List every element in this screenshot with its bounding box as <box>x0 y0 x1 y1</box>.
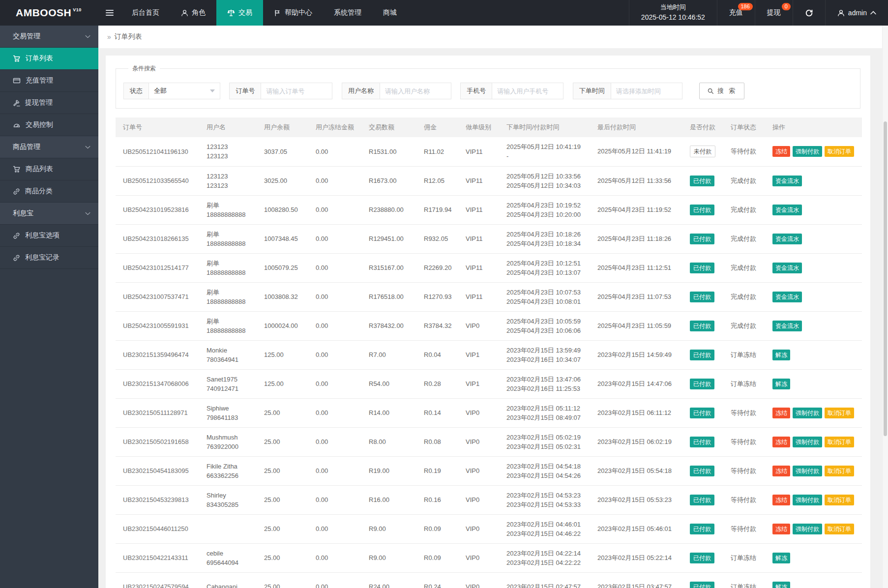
page-title: 订单列表 <box>115 32 142 41</box>
order-no-input[interactable] <box>261 83 332 99</box>
nav-item-系统管理[interactable]: 系统管理 <box>323 0 372 26</box>
refresh-icon <box>805 9 813 17</box>
cell-order-no: UB2505121033565540 <box>116 166 199 195</box>
fund-flow-button[interactable]: 资金流水 <box>772 234 802 244</box>
topbar: AMBOOSH V10 后台首页角色交易帮助中心系统管理商城 当地时间 2025… <box>0 0 888 26</box>
refresh-button[interactable] <box>793 0 825 26</box>
cell-status: 等待付款 <box>723 514 765 543</box>
cell-status: 订单冻结 <box>723 369 765 398</box>
paid-badge: 已付款 <box>690 582 714 588</box>
cell-vip-level: VIP1 <box>458 369 499 398</box>
cancel-order-button[interactable]: 取消订单 <box>825 437 854 447</box>
nav-item-角色[interactable]: 角色 <box>170 0 216 26</box>
cell-order-no: UB2302150446011250 <box>116 514 199 543</box>
user-name-text: 123123 <box>207 142 254 151</box>
sidebar-group-利息宝[interactable]: 利息宝 <box>0 203 98 225</box>
sidebar: 交易管理订单列表充值管理提现管理交易控制商品管理商品列表商品分类利息宝利息宝选项… <box>0 26 98 588</box>
force-pay-button[interactable]: 强制付款 <box>793 146 822 157</box>
nav-item-商城[interactable]: 商城 <box>372 0 408 26</box>
user-name-text: Fikile Zitha <box>207 462 254 471</box>
paid-badge: 已付款 <box>690 263 714 273</box>
paid-badge: 已付款 <box>690 553 714 563</box>
sidebar-item-利息宝选项[interactable]: 利息宝选项 <box>0 225 98 247</box>
table-row: UB2302150502191658 Mushmush763922000 25.… <box>116 427 862 456</box>
cell-user: 刷单18888888888 <box>199 253 257 282</box>
sidebar-group-交易管理[interactable]: 交易管理 <box>0 26 98 48</box>
nav-item-交易[interactable]: 交易 <box>216 0 263 26</box>
nav-item-label: 商城 <box>383 8 397 17</box>
fund-flow-button[interactable]: 资金流水 <box>772 176 802 186</box>
sidebar-item-订单列表[interactable]: 订单列表 <box>0 48 98 70</box>
paid-badge: 已付款 <box>690 524 714 534</box>
cell-user: cebile695644094 <box>199 543 257 572</box>
sidebar-item-label: 商品分类 <box>25 187 53 196</box>
fund-flow-button[interactable]: 资金流水 <box>772 292 802 302</box>
freeze-button[interactable]: 冻结 <box>772 146 790 157</box>
freeze-button[interactable]: 冻结 <box>772 495 790 505</box>
cancel-order-button[interactable]: 取消订单 <box>825 466 854 476</box>
cell-actions: 冻结强制付款取消订单 <box>765 456 862 485</box>
user-menu[interactable]: admin <box>825 0 888 26</box>
cell-order-no: UB2505121041196130 <box>116 137 199 166</box>
withdraw-link[interactable]: 提现 0 <box>755 0 793 26</box>
freeze-button[interactable]: 冻结 <box>772 466 790 476</box>
orders-table: 订单号用户名用户余额用户冻结金额交易数额佣金做单级别下单时间/付款时间最后付款时… <box>116 118 862 588</box>
freeze-button[interactable]: 冻结 <box>772 408 790 418</box>
unfreeze-button[interactable]: 解冻 <box>772 553 790 563</box>
scrollbar-thumb[interactable] <box>884 121 887 436</box>
unfreeze-button[interactable]: 解冻 <box>772 350 790 360</box>
cell-order-time: 2025年05月12日 10:41:19- <box>499 137 590 166</box>
cell-status: 等待付款 <box>723 398 765 427</box>
recharge-link[interactable]: 充值 186 <box>717 0 755 26</box>
hamburger-icon[interactable] <box>98 0 121 26</box>
cell-frozen: 0.00 <box>308 311 361 340</box>
sidebar-item-利息宝记录[interactable]: 利息宝记录 <box>0 247 98 269</box>
force-pay-button[interactable]: 强制付款 <box>793 495 822 505</box>
sidebar-item-提现管理[interactable]: 提现管理 <box>0 92 98 114</box>
nav-item-帮助中心[interactable]: 帮助中心 <box>263 0 323 26</box>
cell-status: 完成付款 <box>723 311 765 340</box>
cell-commission: R0.08 <box>416 427 458 456</box>
user-name-text: 123123 <box>207 172 254 181</box>
cell-balance: 1008280.50 <box>257 195 308 224</box>
sidebar-item-商品分类[interactable]: 商品分类 <box>0 180 98 203</box>
order-time-input[interactable] <box>611 83 682 99</box>
unfreeze-button[interactable]: 解冻 <box>772 379 790 389</box>
freeze-button[interactable]: 冻结 <box>772 437 790 447</box>
cancel-order-button[interactable]: 取消订单 <box>825 524 854 534</box>
force-pay-button[interactable]: 强制付款 <box>793 437 822 447</box>
cell-vip-level: VIP0 <box>458 485 499 514</box>
cell-status: 完成付款 <box>723 195 765 224</box>
table-row: UB2302150511128971 Siphiwe798641183 25.0… <box>116 398 862 427</box>
sidebar-group-商品管理[interactable]: 商品管理 <box>0 136 98 158</box>
user-name-text: 刷单 <box>207 317 254 326</box>
status-select[interactable]: 全部 <box>148 83 220 99</box>
phone-input[interactable] <box>492 83 563 99</box>
fund-flow-button[interactable]: 资金流水 <box>772 263 802 273</box>
user-name-input[interactable] <box>380 83 451 99</box>
fund-flow-button[interactable]: 资金流水 <box>772 205 802 215</box>
cell-frozen: 0.00 <box>308 253 361 282</box>
cancel-order-button[interactable]: 取消订单 <box>825 495 854 505</box>
sidebar-item-商品列表[interactable]: 商品列表 <box>0 158 98 180</box>
nav-item-后台首页[interactable]: 后台首页 <box>121 0 170 26</box>
cancel-order-button[interactable]: 取消订单 <box>825 146 854 157</box>
cell-last-pay-time: 2025年05月12日 11:41:19 <box>590 137 682 166</box>
search-button[interactable]: 搜 索 <box>699 83 744 99</box>
force-pay-button[interactable]: 强制付款 <box>793 524 822 534</box>
paid-badge: 已付款 <box>690 466 714 476</box>
cell-vip-level: VIP11 <box>458 282 499 311</box>
cell-order-time: 2025年04月23日 10:19:522025年04月23日 10:20:00 <box>499 195 590 224</box>
scrollbar <box>882 26 888 588</box>
unfreeze-button[interactable]: 解冻 <box>772 582 790 588</box>
freeze-button[interactable]: 冻结 <box>772 524 790 534</box>
cell-commission: R11.02 <box>416 137 458 166</box>
sidebar-item-交易控制[interactable]: 交易控制 <box>0 114 98 136</box>
cell-vip-level: VIP0 <box>458 514 499 543</box>
force-pay-button[interactable]: 强制付款 <box>793 466 822 476</box>
force-pay-button[interactable]: 强制付款 <box>793 408 822 418</box>
fund-flow-button[interactable]: 资金流水 <box>772 321 802 331</box>
sidebar-item-充值管理[interactable]: 充值管理 <box>0 70 98 92</box>
cancel-order-button[interactable]: 取消订单 <box>825 408 854 418</box>
cell-balance: 3037.05 <box>257 137 308 166</box>
